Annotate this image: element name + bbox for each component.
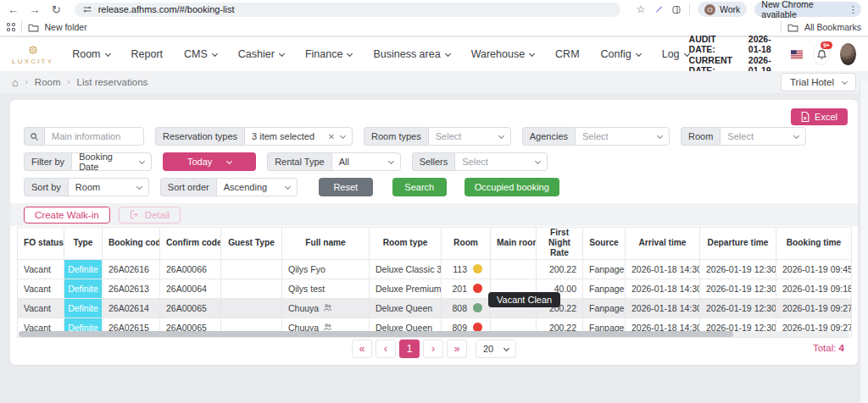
agencies-filter[interactable]: Agencies Select [522,127,670,146]
luxcity-logo[interactable]: LUXCITY [12,43,53,65]
menu-dots-icon[interactable]: ⋮ [849,4,858,15]
date-preset-button[interactable]: Today [163,152,256,171]
reservations-table: FO status Type Booking code Confirm code… [17,227,852,338]
excel-export-button[interactable]: Excel [791,108,848,125]
pen-icon[interactable] [654,4,664,14]
nav-cms[interactable]: CMS [184,48,217,60]
hotel-selector[interactable]: Trial Hotel [781,73,856,91]
chevron-down-icon [388,157,394,163]
col-booking-time: Booking time [776,228,852,260]
url-text: release.afhms.com/#/booking-list [98,4,235,14]
room-status-dot[interactable] [473,264,482,273]
chevron-down-icon [212,50,218,56]
profile-chip[interactable]: O Work [698,2,747,17]
sort-by-value: Room [75,182,100,192]
first-page-button[interactable]: « [352,340,372,358]
chevron-down-icon [636,50,642,56]
profile-name: Work [720,4,740,14]
total-value: 4 [839,343,844,353]
room-status-dot[interactable] [473,284,482,293]
chevron-down-icon [657,132,663,138]
table-row[interactable]: Vacant Definite 26A02613 26A00064 Qilys … [18,279,852,298]
excel-file-icon [801,112,810,122]
nav-log[interactable]: Log [662,48,689,60]
nav-room[interactable]: Room [72,48,109,60]
clear-icon[interactable]: ✕ [328,132,335,141]
breadcrumb-room[interactable]: Room [35,77,61,87]
sellers-label: Sellers [412,152,455,171]
breadcrumb-separator: › [25,78,28,86]
scrollbar-thumb[interactable] [19,331,733,337]
table-action-strip: Create Walk-in Detail [10,203,858,226]
filter-by-select[interactable]: Filter by Booking Date [24,152,152,171]
nav-report[interactable]: Report [131,48,164,60]
side-panel-icon[interactable] [671,4,682,15]
notifications-button[interactable]: 9+ [813,43,830,65]
reservation-types-filter[interactable]: Reservation types 3 item selected ✕ [155,127,353,146]
room-types-filter[interactable]: Room types Select [364,127,511,146]
chevron-down-icon [504,345,509,351]
chevron-down-icon [340,132,346,138]
page-scrollbar[interactable] [860,81,868,403]
audit-date-value: 2026-01-18 [748,34,781,54]
apps-grid-icon[interactable] [7,23,15,31]
user-avatar[interactable] [840,43,856,65]
hotel-selector-value: Trial Hotel [790,77,834,87]
table-row[interactable]: Vacant Definite 26A02616 26A00066 Qilys … [18,259,852,279]
us-flag-icon[interactable] [791,49,804,60]
all-bookmarks[interactable]: All Bookmarks [804,22,861,32]
nav-cashier[interactable]: Cashier [238,48,284,60]
nav-config[interactable]: Config [601,48,641,60]
nav-business-area[interactable]: Business area [373,48,449,60]
col-full-name: Full name [282,228,370,260]
sellers-placeholder: Select [462,157,488,167]
filter-by-value: Booking Date [79,152,135,172]
detail-button[interactable]: Detail [119,207,181,224]
bookmark-star-icon[interactable]: ☆ [634,3,647,15]
forward-icon[interactable]: → [28,3,41,16]
agencies-placeholder: Select [582,131,609,141]
col-guest-type: Guest Type [221,228,282,260]
rental-type-select[interactable]: Rental Type All [267,152,401,171]
filter-row-3: Sort by Room Sort order Ascending Reset … [24,178,559,196]
sellers-select[interactable]: Sellers Select [412,152,548,171]
create-walkin-button[interactable]: Create Walk-in [24,207,110,224]
search-button[interactable]: Search [392,178,447,196]
date-preset-value: Today [187,157,212,167]
page-size-select[interactable]: 20 [476,340,516,358]
reservation-types-value: 3 item selected [252,131,314,141]
reservations-table-wrap: FO status Type Booking code Confirm code… [17,227,851,338]
chevron-down-icon [498,132,504,138]
page-1-button[interactable]: 1 [399,340,420,358]
breadcrumb-list-reservations: List reservations [77,77,148,87]
sort-by-label: Sort by [24,178,68,196]
reservation-types-label: Reservation types [155,127,244,146]
home-icon[interactable]: ⌂ [12,76,19,89]
prev-page-button[interactable]: ‹ [376,340,396,358]
sort-order-select[interactable]: Sort order Ascending [160,178,298,196]
room-filter[interactable]: Room Select [681,127,806,146]
bookmark-new-folder[interactable]: New folder [45,22,87,32]
room-status-dot[interactable] [473,303,482,312]
room-types-label: Room types [364,127,428,146]
search-input[interactable] [44,127,144,146]
address-bar[interactable]: release.afhms.com/#/booking-list [75,3,621,17]
occupied-booking-button[interactable]: Occupied booking [465,178,559,196]
type-badge: Definite [64,279,102,298]
logo-ornament-icon [26,43,40,57]
reset-button[interactable]: Reset [319,178,373,196]
sort-by-select[interactable]: Sort by Room [24,178,149,196]
horizontal-scrollbar[interactable] [19,331,849,337]
chevron-down-icon [347,50,353,56]
update-chrome-chip[interactable]: New Chrome available ⋮ [754,2,861,17]
next-page-button[interactable]: › [423,340,443,358]
nav-crm[interactable]: CRM [555,48,579,60]
browser-toolbar: ← → ↻ release.afhms.com/#/booking-list ☆… [0,0,868,19]
reload-icon[interactable]: ↻ [49,3,62,16]
bell-icon [816,49,827,60]
back-icon[interactable]: ← [7,3,19,16]
nav-finance[interactable]: Finance [305,48,352,60]
table-row[interactable]: Vacant Definite 26A02614 26A00065 Chuuya… [18,298,852,317]
last-page-button[interactable]: » [447,340,467,358]
nav-warehouse[interactable]: Warehouse [471,48,534,60]
